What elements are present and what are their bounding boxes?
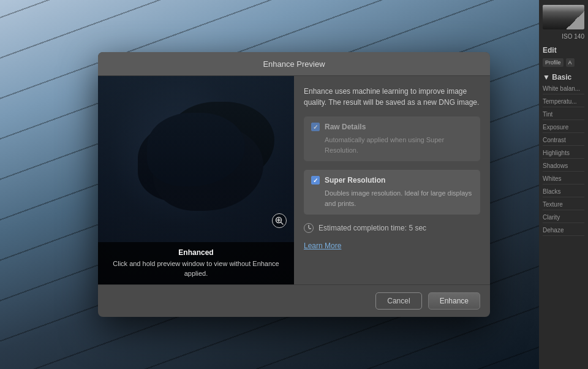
super-resolution-checkbox[interactable] <box>311 176 320 184</box>
clock-icon <box>304 223 314 233</box>
raw-details-option: Raw Details Automatically applied when u… <box>304 116 480 161</box>
cancel-button[interactable]: Cancel <box>375 292 421 310</box>
zoom-icon[interactable] <box>272 213 287 228</box>
preview-area[interactable]: Enhanced Click and hold preview window t… <box>98 76 294 284</box>
raw-details-checkbox[interactable] <box>311 123 320 131</box>
dialog-body: Enhanced Click and hold preview window t… <box>98 76 490 284</box>
enhance-button[interactable]: Enhance <box>428 292 480 310</box>
preview-caption-title: Enhanced <box>105 248 287 257</box>
raw-details-description: Automatically applied when using Super R… <box>325 135 473 155</box>
dialog-right-content: Enhance uses machine learning to improve… <box>294 76 490 284</box>
svg-line-1 <box>281 223 284 225</box>
estimated-time-text: Estimated completion time: 5 sec <box>318 224 426 232</box>
dialog-titlebar: Enhance Preview <box>98 52 490 76</box>
modal-overlay: Enhance Preview Enhanced Click and hold <box>0 0 588 369</box>
estimated-time-row: Estimated completion time: 5 sec <box>304 223 480 233</box>
raw-details-label: Raw Details <box>325 123 366 131</box>
raw-details-header: Raw Details <box>311 123 473 131</box>
dialog-description: Enhance uses machine learning to improve… <box>304 86 480 108</box>
super-resolution-description: Doubles image resolution. Ideal for larg… <box>325 188 473 208</box>
enhance-dialog: Enhance Preview Enhanced Click and hold <box>98 52 490 317</box>
preview-caption-text: Click and hold preview window to view wi… <box>105 259 287 278</box>
super-resolution-option: Super Resolution Doubles image resolutio… <box>304 170 480 215</box>
learn-more-link[interactable]: Learn More <box>304 242 480 250</box>
dialog-footer: Cancel Enhance <box>98 284 490 317</box>
super-resolution-header: Super Resolution <box>311 176 473 184</box>
preview-caption: Enhanced Click and hold preview window t… <box>98 242 294 284</box>
dialog-title: Enhance Preview <box>263 59 325 69</box>
super-resolution-label: Super Resolution <box>325 176 385 184</box>
